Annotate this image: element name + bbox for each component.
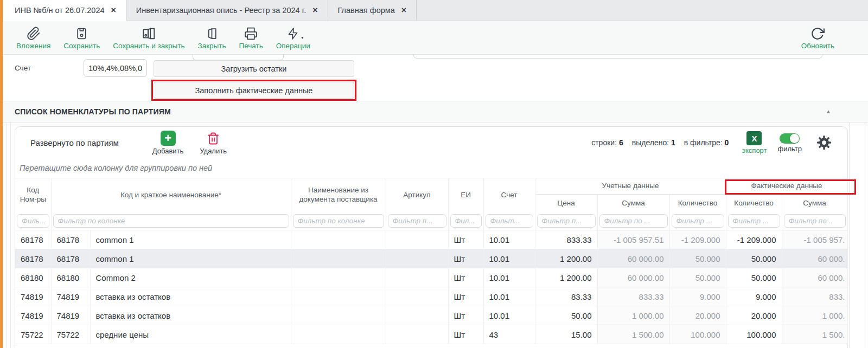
close-icon[interactable]: ×: [401, 6, 406, 15]
cell: 10.01: [483, 268, 535, 287]
lightning-icon: ▾: [286, 25, 299, 41]
column-header-account[interactable]: Счет: [483, 178, 535, 212]
tab-main-form[interactable]: Главная форма ×: [328, 0, 417, 20]
cell: 1 200.00: [535, 249, 597, 268]
column-header-sum-actual[interactable]: Сумма: [782, 195, 847, 212]
nomenclature-panel: Развернуто по партиям + Добавить Удалить…: [15, 126, 848, 348]
filter-input[interactable]: [17, 214, 49, 228]
cell: 74819: [15, 306, 51, 325]
column-header-qty-accounting[interactable]: Количество: [669, 195, 726, 212]
refresh-button[interactable]: Обновить: [801, 25, 834, 50]
load-balances-button[interactable]: Загрузить остатки: [154, 60, 354, 77]
cell: 100.000: [726, 325, 782, 344]
cell: 833.: [782, 287, 847, 306]
cell: Шт: [448, 230, 483, 249]
account-label: Счет: [15, 64, 31, 72]
toolbar-label: Печать: [239, 42, 263, 50]
tab-register[interactable]: Инвентаризационная опись - Реестр за 202…: [126, 0, 328, 20]
column-header-article[interactable]: Артикул: [386, 178, 448, 212]
mode-label: Развернуто по партиям: [30, 138, 119, 147]
cell: вставка из остатков: [90, 287, 291, 306]
group-header-accounting: Учетные данные: [535, 178, 726, 195]
filter-input[interactable]: [293, 214, 384, 228]
cell: [386, 306, 448, 325]
close-icon[interactable]: ×: [111, 6, 116, 15]
cell: [386, 287, 448, 306]
door-icon: [205, 25, 219, 41]
filter-input[interactable]: [599, 214, 668, 228]
save-and-close-button[interactable]: Сохранить и закрыть: [113, 25, 184, 50]
cell: 60 000.00: [597, 268, 669, 287]
cell: средние цены: [90, 325, 291, 344]
column-header-sum-accounting[interactable]: Сумма: [597, 195, 669, 212]
filter-input[interactable]: [388, 214, 446, 228]
toolbar-label: Сохранить: [63, 42, 100, 50]
cell: [386, 268, 448, 287]
print-button[interactable]: Печать: [239, 25, 263, 50]
section-header: СПИСОК НОМЕНКЛАТУРЫ ПО ПАРТИЯМ ▲: [0, 101, 868, 123]
excel-export-button[interactable]: X экспорт: [742, 131, 767, 154]
printer-icon: [244, 25, 258, 41]
save-button[interactable]: Сохранить: [63, 25, 100, 50]
filtered-count: в фильтре: 0: [684, 138, 729, 147]
cell: 74819: [51, 287, 90, 306]
main-toolbar: Вложения Сохранить Сохранить и закрыть З…: [0, 21, 868, 55]
cell: Шт: [448, 249, 483, 268]
close-button[interactable]: Закрыть: [198, 25, 226, 50]
table-row-selected[interactable]: 68178 68178 common 1 Шт 10.01 1 200.00 6…: [15, 249, 847, 268]
filter-input[interactable]: [728, 214, 780, 228]
account-input[interactable]: [84, 59, 147, 77]
toggle-on-icon: [780, 133, 800, 144]
tab-label: ИНВ №б/н от 26.07.2024: [15, 6, 105, 15]
filter-input[interactable]: [53, 214, 289, 228]
cell: 68178: [51, 249, 90, 268]
fill-actual-data-button[interactable]: Заполнить фактические данные: [154, 82, 354, 99]
close-icon[interactable]: ×: [312, 6, 317, 15]
add-row-button[interactable]: + Добавить: [152, 131, 183, 154]
column-header-code-nom[interactable]: Код Ном-ры: [15, 178, 51, 212]
toolbar-label: Обновить: [801, 42, 834, 50]
cell: 10.01: [483, 306, 535, 325]
cell: 1 000.: [782, 306, 847, 325]
table-row[interactable]: 68180 68180 Common 2 Шт 10.01 1 200.00 6…: [15, 268, 847, 287]
settings-button[interactable]: [816, 134, 832, 151]
toolbar-label: Закрыть: [198, 42, 226, 50]
filter-toggle[interactable]: фильтр: [778, 133, 802, 152]
tab-document[interactable]: ИНВ №б/н от 26.07.2024 ×: [3, 0, 126, 21]
cell: Common 2: [90, 268, 291, 287]
table-row[interactable]: 68178 68178 common 1 Шт 10.01 833.33 -1 …: [15, 230, 847, 249]
filter-input[interactable]: [672, 214, 724, 228]
toolbar-label: Вложения: [16, 42, 50, 50]
filter-input[interactable]: [450, 214, 482, 228]
delete-row-button[interactable]: Удалить: [200, 131, 227, 154]
refresh-icon: [810, 25, 825, 41]
cell: [291, 230, 386, 249]
left-accent-stripe: [0, 0, 3, 348]
attachments-button[interactable]: Вложения: [16, 25, 50, 50]
column-header-qty-actual[interactable]: Количество: [726, 195, 782, 212]
filter-input[interactable]: [537, 214, 596, 228]
collapse-arrow-icon[interactable]: ▲: [826, 108, 831, 114]
cell: 83.33: [535, 287, 597, 306]
filter-input[interactable]: [784, 214, 846, 228]
table-row[interactable]: 75722 75722 средние цены Шт 43 15.00 1 5…: [15, 325, 847, 344]
operations-button[interactable]: ▾ Операции: [276, 25, 310, 50]
cell: 15.00: [535, 325, 597, 344]
column-header-unit[interactable]: ЕИ: [448, 178, 483, 212]
column-header-supplier-name[interactable]: Наименование из документа поставщика: [291, 178, 386, 212]
save-and-close-icon: [142, 25, 156, 41]
table-row[interactable]: 74819 74819 вставка из остатков Шт 10.01…: [15, 287, 847, 306]
table-row[interactable]: 74819 74819 вставка из остатков Шт 10.01…: [15, 306, 847, 325]
cell: -1 005 957.: [782, 230, 847, 249]
cell: 68178: [51, 230, 90, 249]
tab-bar: ИНВ №б/н от 26.07.2024 × Инвентаризацион…: [0, 0, 868, 21]
column-header-code-name[interactable]: Код и краткое наименование*: [51, 178, 291, 212]
filter-row: [15, 212, 847, 230]
column-header-price[interactable]: Цена: [535, 195, 597, 212]
paperclip-icon: [27, 25, 41, 41]
cell: 60 000.00: [597, 249, 669, 268]
cell: common 1: [90, 249, 291, 268]
cell: Шт: [448, 287, 483, 306]
filter-input[interactable]: [486, 214, 533, 228]
cell: вставка из остатков: [90, 306, 291, 325]
